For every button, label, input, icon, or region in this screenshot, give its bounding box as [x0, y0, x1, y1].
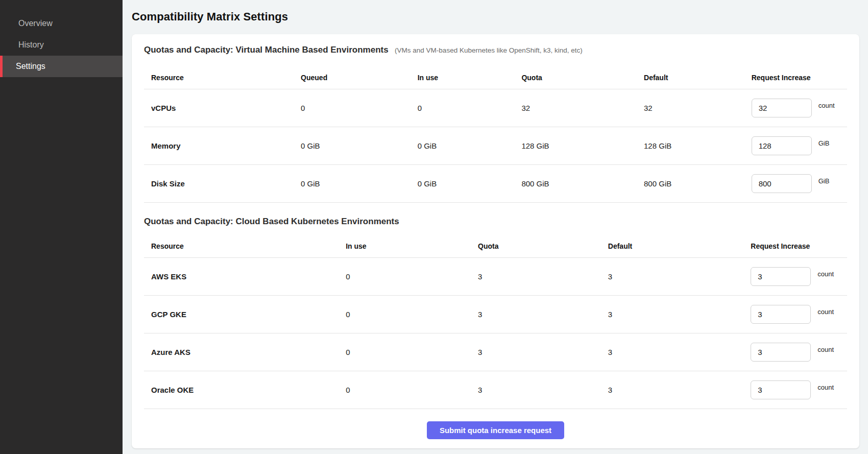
in-use-value: 0 GiB	[418, 164, 522, 202]
in-use-value: 0	[346, 371, 478, 409]
cloud-table-header-row: Resource In use Quota Default Request In…	[144, 235, 847, 258]
cloud-col-default: Default	[608, 235, 751, 258]
vm-section-header: Quotas and Capacity: Virtual Machine Bas…	[144, 44, 847, 56]
cloud-section-header: Quotas and Capacity: Cloud Based Kuberne…	[144, 216, 847, 227]
quota-value: 3	[478, 258, 608, 296]
vm-section-title: Quotas and Capacity: Virtual Machine Bas…	[144, 45, 389, 55]
in-use-value: 0	[346, 258, 478, 296]
submit-quota-increase-button[interactable]: Submit quota increase request	[427, 421, 564, 439]
request-increase-cell: count	[752, 99, 847, 117]
unit-label: count	[817, 384, 834, 391]
vm-col-queued: Queued	[301, 66, 418, 89]
request-increase-cell: count	[751, 305, 847, 324]
quota-value: 3	[478, 333, 608, 371]
quota-value: 800 GiB	[521, 164, 644, 202]
default-value: 3	[608, 258, 751, 296]
default-value: 3	[608, 296, 751, 333]
request-increase-cell: count	[751, 380, 847, 399]
unit-label: count	[817, 346, 834, 353]
queued-value: 0 GiB	[301, 164, 418, 202]
vm-col-default: Default	[644, 66, 752, 89]
in-use-value: 0 GiB	[418, 127, 522, 164]
queued-value: 0	[301, 89, 418, 127]
unit-label: count	[817, 308, 834, 316]
queued-value: 0 GiB	[301, 127, 418, 164]
memory-request-input[interactable]	[752, 136, 812, 155]
aws-eks-request-input[interactable]	[751, 267, 811, 286]
sidebar-item-history[interactable]: History	[0, 34, 123, 56]
vcpus-request-input[interactable]	[752, 99, 812, 117]
unit-label: GiB	[818, 177, 830, 185]
unit-label: count	[817, 270, 834, 278]
quota-value: 128 GiB	[521, 127, 644, 164]
table-row-oracle-oke: Oracle OKE 0 3 3 count	[144, 371, 847, 409]
default-value: 800 GiB	[644, 164, 752, 202]
vm-col-resource: Resource	[144, 66, 301, 89]
unit-label: GiB	[818, 139, 830, 147]
default-value: 3	[608, 371, 751, 409]
cloud-quota-table: Resource In use Quota Default Request In…	[144, 235, 847, 410]
table-row-vcpus: vCPUs 0 0 32 32 count	[144, 89, 847, 127]
in-use-value: 0	[418, 89, 522, 127]
request-increase-cell: count	[751, 267, 847, 286]
resource-name: Memory	[144, 127, 301, 164]
quota-value: 3	[478, 296, 608, 333]
table-row-azure-aks: Azure AKS 0 3 3 count	[144, 333, 847, 371]
quota-value: 3	[478, 371, 608, 409]
table-row-gcp-gke: GCP GKE 0 3 3 count	[144, 296, 847, 333]
cloud-col-in-use: In use	[346, 235, 478, 258]
unit-label: count	[818, 102, 835, 109]
sidebar-item-overview[interactable]: Overview	[0, 13, 123, 34]
vm-section-subtitle: (VMs and VM-based Kubernetes like OpenSh…	[395, 46, 583, 54]
resource-name: vCPUs	[144, 89, 301, 127]
sidebar-item-settings[interactable]: Settings	[0, 56, 123, 77]
vm-table-header-row: Resource Queued In use Quota Default Req…	[144, 66, 847, 89]
azure-aks-request-input[interactable]	[751, 343, 811, 362]
quota-settings-card: Quotas and Capacity: Virtual Machine Bas…	[132, 34, 859, 448]
sidebar-item-history-label: History	[18, 40, 44, 50]
vm-col-in-use: In use	[418, 66, 522, 89]
in-use-value: 0	[346, 333, 478, 371]
quota-value: 32	[521, 89, 644, 127]
disk-size-request-input[interactable]	[752, 174, 812, 193]
request-increase-cell: count	[751, 343, 847, 362]
oracle-oke-request-input[interactable]	[751, 380, 811, 399]
sidebar: Overview History Settings	[0, 0, 123, 454]
default-value: 128 GiB	[644, 127, 752, 164]
resource-name: Disk Size	[144, 164, 301, 202]
gcp-gke-request-input[interactable]	[751, 305, 811, 324]
page-title: Compatibility Matrix Settings	[132, 10, 859, 23]
resource-name: GCP GKE	[144, 296, 346, 333]
default-value: 32	[644, 89, 752, 127]
sidebar-item-settings-label: Settings	[16, 62, 45, 71]
table-row-memory: Memory 0 GiB 0 GiB 128 GiB 128 GiB GiB	[144, 127, 847, 164]
vm-quota-table: Resource Queued In use Quota Default Req…	[144, 66, 847, 203]
resource-name: Oracle OKE	[144, 371, 346, 409]
vm-col-quota: Quota	[521, 66, 644, 89]
resource-name: Azure AKS	[144, 333, 346, 371]
cloud-col-request-increase: Request Increase	[751, 235, 847, 258]
request-increase-cell: GiB	[752, 174, 847, 193]
in-use-value: 0	[346, 296, 478, 333]
table-row-disk-size: Disk Size 0 GiB 0 GiB 800 GiB 800 GiB Gi…	[144, 164, 847, 202]
cloud-section-title: Quotas and Capacity: Cloud Based Kuberne…	[144, 217, 399, 226]
main-content: Compatibility Matrix Settings Quotas and…	[123, 0, 868, 454]
cloud-col-resource: Resource	[144, 235, 346, 258]
vm-col-request-increase: Request Increase	[752, 66, 847, 89]
sidebar-item-overview-label: Overview	[18, 19, 53, 28]
cloud-col-quota: Quota	[478, 235, 608, 258]
default-value: 3	[608, 333, 751, 371]
resource-name: AWS EKS	[144, 258, 346, 296]
table-row-aws-eks: AWS EKS 0 3 3 count	[144, 258, 847, 296]
submit-button-row: Submit quota increase request	[144, 421, 847, 439]
request-increase-cell: GiB	[752, 136, 847, 155]
